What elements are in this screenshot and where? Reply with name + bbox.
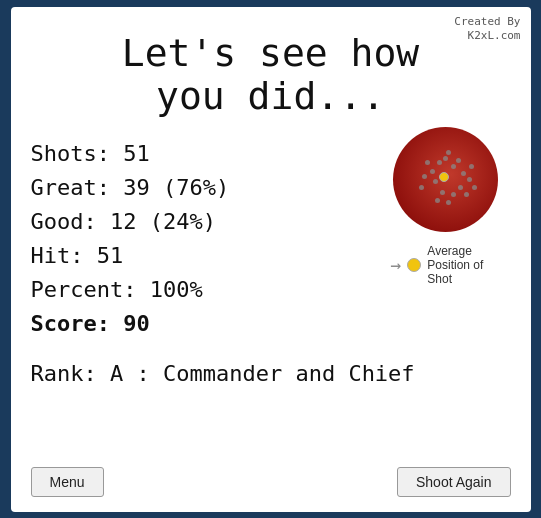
shot-dot: [435, 198, 440, 203]
shot-dot: [430, 169, 435, 174]
score-row: Score: 90: [31, 307, 381, 341]
shot-dot: [451, 164, 456, 169]
shot-dot: [472, 185, 477, 190]
stats-left: Shots: 51 Great: 39 (76%) Good: 12 (24%)…: [31, 137, 381, 342]
shot-dot: [443, 156, 448, 161]
results-panel: Created By K2xL.com Let's see how you di…: [11, 7, 531, 512]
shot-dot: [440, 190, 445, 195]
shot-dot: [437, 160, 442, 165]
shot-dot: [469, 164, 474, 169]
shot-dot: [433, 179, 438, 184]
shots-row: Shots: 51: [31, 137, 381, 171]
avg-position-dot: [407, 258, 421, 272]
shot-dot: [422, 174, 427, 179]
percent-row: Percent: 100%: [31, 273, 381, 307]
avg-position-label: Average Position of Shot: [427, 244, 510, 286]
shot-dot: [419, 185, 424, 190]
shot-dot: [456, 158, 461, 163]
shot-dot: [451, 192, 456, 197]
created-by-label: Created By K2xL.com: [454, 15, 520, 44]
hit-row: Hit: 51: [31, 239, 381, 273]
shot-dot: [425, 160, 430, 165]
arrow-right-icon: →: [391, 254, 402, 275]
target-circle: [393, 127, 498, 232]
page-title: Let's see how you did...: [31, 32, 511, 119]
average-position-row: → Average Position of Shot: [391, 244, 511, 286]
shot-dot: [464, 192, 469, 197]
rank-display: Rank: A : Commander and Chief: [31, 361, 511, 386]
good-row: Good: 12 (24%): [31, 205, 381, 239]
shot-dot: [467, 177, 472, 182]
stats-section: Shots: 51 Great: 39 (76%) Good: 12 (24%)…: [31, 137, 511, 342]
shot-dot: [446, 150, 451, 155]
shot-dot: [461, 171, 466, 176]
shoot-again-button[interactable]: Shoot Again: [397, 467, 511, 497]
target-area: → Average Position of Shot: [381, 127, 511, 286]
center-dot: [439, 172, 449, 182]
shot-dot: [446, 200, 451, 205]
great-row: Great: 39 (76%): [31, 171, 381, 205]
bottom-buttons: Menu Shoot Again: [31, 467, 511, 497]
shot-dot: [458, 185, 463, 190]
menu-button[interactable]: Menu: [31, 467, 104, 497]
